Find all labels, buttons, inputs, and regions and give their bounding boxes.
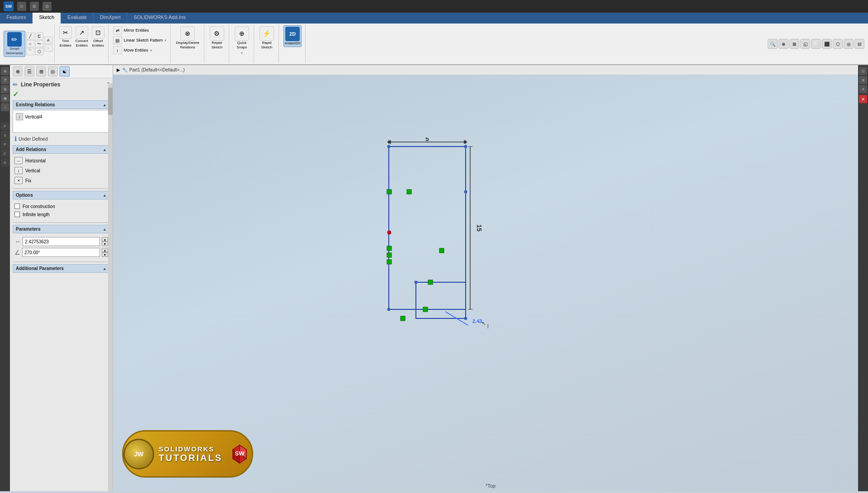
panel-scrollbar[interactable] [108,83,113,491]
display-delete-relations-btn[interactable]: ⊗ Display/DeleteRelations [175,25,200,50]
view-icon-6[interactable]: ⬛ [822,39,832,49]
angle-param-row: ∠ 270.00° ▲ ▼ [13,247,110,258]
panel-icon-4[interactable]: ◎ [48,66,58,76]
view-icon-9[interactable]: ⊟ [854,39,864,49]
svg-rect-10 [407,190,411,194]
system-icon-1[interactable]: ⊙ [17,2,26,11]
convert-entities-btn[interactable]: ↗ ConvertEntities [75,25,89,48]
confirm-button[interactable]: ✓ [13,90,110,99]
trim-entities-btn[interactable]: ✂ TrimEntities [58,25,73,48]
view-icon-7[interactable]: ⬡ [833,39,843,49]
sw-menu-logo[interactable]: SW [4,1,14,11]
sidebar-icon-8[interactable]: P [1,140,9,148]
infinite-length-checkbox[interactable] [14,212,20,217]
system-icon-3[interactable]: ⊟ [42,2,52,11]
horizontal-relation-btn[interactable]: — Horizontal [13,156,110,166]
sidebar-icon-2[interactable]: ☰ [1,76,9,84]
polygon-tool[interactable]: ⬡ [35,48,43,55]
vertical-relation-btn[interactable]: | Vertical [13,166,110,175]
status-bar: ℹ Under Defined [13,134,110,143]
panel-icon-2[interactable]: ☰ [24,66,34,76]
right-icon-1[interactable]: ⊡ [859,67,867,75]
repair-sketch-btn[interactable]: ⚙ RepairSketch [209,25,225,50]
point-tool[interactable]: · [44,44,52,52]
view-icon-8[interactable]: ◎ [844,39,854,49]
parameters-header[interactable]: Parameters ▲ [13,225,110,233]
relation-item-vertical4[interactable]: | Vertical4 [15,112,108,121]
length-input[interactable]: 2.42753623 [23,237,100,246]
right-icon-2[interactable]: ⊞ [859,76,867,84]
svg-rect-12 [428,280,433,284]
offset-entities-btn[interactable]: ⊡ OffsetEntities [91,25,105,48]
rect-tool[interactable]: ⊏ [35,33,43,40]
breadcrumb-text: Part1 (Default<<Default>...) [129,67,185,72]
tab-features[interactable]: Features [0,13,33,24]
right-icon-3[interactable]: ✕ [859,85,867,93]
horizontal-icon: — [14,157,23,164]
sidebar-icon-7[interactable]: S [1,131,9,139]
circle-tool[interactable]: ○ [26,40,34,47]
quick-snaps-btn[interactable]: ⊕ QuickSnaps [234,25,250,50]
svg-point-15 [387,231,391,234]
arc-tool[interactable]: ⌒ [26,48,34,55]
vertical-relation-icon: | [16,113,23,120]
line-tool[interactable]: ╱ [26,33,34,40]
move-entities-btn[interactable]: ↕ Move Entities ▾ [111,45,169,55]
sidebar-icon-10[interactable]: A [1,158,9,166]
system-icon-2[interactable]: ⊞ [30,2,39,11]
length-spin-up[interactable]: ▲ [102,237,108,242]
svg-rect-14 [423,307,428,312]
rapid-sketch-btn[interactable]: ⚡ RapidSketch [259,25,275,50]
view-icon-3[interactable]: ⊞ [789,39,799,49]
ribbon-group-snaps: ⊕ QuickSnaps ▾ [230,24,254,63]
fix-relation-btn[interactable]: ✕ Fix [13,175,110,185]
view-icon-4[interactable]: ◱ [800,39,810,49]
panel-icon-3[interactable]: ⊞ [36,66,46,76]
angle-spin-up[interactable]: ▲ [102,248,108,252]
length-spin-down[interactable]: ▼ [102,242,108,246]
tab-evaluate[interactable]: Evaluate [61,13,94,24]
svg-rect-6 [387,190,392,194]
right-icon-close[interactable]: ✕ [859,95,867,103]
tab-dimxpert[interactable]: DimXpert [94,13,127,24]
breadcrumb-arrow[interactable]: ▶ [117,67,120,72]
sketch-btn[interactable]: ✏ SmartDimension [4,31,25,57]
parameters-content: ↔ 2.42753623 ▲ ▼ ∠ 270.00° ▲ ▼ [13,234,110,260]
infinite-length-row[interactable]: Infinite length [13,210,110,218]
angle-input[interactable]: 270.00° [22,248,100,257]
add-relations-header[interactable]: Add Relations ▲ [13,145,110,154]
spline-tool[interactable]: 〜 [35,40,43,47]
instant2d-btn[interactable]: 2D Instant2D [283,25,302,47]
linear-sketch-pattern-btn[interactable]: ▤ Linear Sketch Pattern ▾ [111,35,169,45]
sidebar-icon-3[interactable]: ⊞ [1,85,9,93]
view-icon-1[interactable]: 🔍 [768,39,778,49]
svg-point-16 [387,145,390,148]
options-header[interactable]: Options ▲ [13,191,110,199]
for-construction-row[interactable]: For construction [13,202,110,210]
additional-params-header[interactable]: Additional Parameters ▲ [13,264,110,273]
svg-text:15: 15 [476,224,483,232]
angle-spin-down[interactable]: ▼ [102,252,108,257]
line-prop-icon: ✏ [13,81,18,88]
panel-icon-1[interactable]: ⊕ [13,66,23,76]
svg-rect-13 [401,316,405,321]
view-icon-2[interactable]: ⊕ [778,39,788,49]
existing-relations-header[interactable]: Existing Relations ▲ [13,100,110,109]
sidebar-icon-1[interactable]: ⊕ [1,67,9,75]
tab-addins[interactable]: SOLIDWORKS Add-Ins [127,13,192,24]
text-tool[interactable]: A [44,37,52,44]
sidebar-icon-9[interactable]: C [1,149,9,157]
panel-icon-5[interactable]: ☯ [60,66,70,76]
sidebar-icon-4[interactable]: ◉ [1,94,9,102]
mirror-entities-btn[interactable]: ⇌ Mirror Entities [111,25,169,35]
status-icon: ℹ [14,135,17,142]
existing-relations-title: Existing Relations [16,102,55,107]
add-relations-title: Add Relations [16,147,46,152]
sidebar-icon-5[interactable]: ☆ [1,103,9,111]
svg-rect-9 [387,260,392,264]
view-icon-5[interactable]: ⬜ [811,39,821,49]
ribbon-group-sketch-tools: ✏ SmartDimension ╱ ○ ⌒ ⊏ 〜 ⬡ A · [2,24,55,63]
for-construction-checkbox[interactable] [14,204,20,209]
tab-sketch[interactable]: Sketch [33,13,61,24]
sidebar-icon-6[interactable]: F [1,122,9,130]
